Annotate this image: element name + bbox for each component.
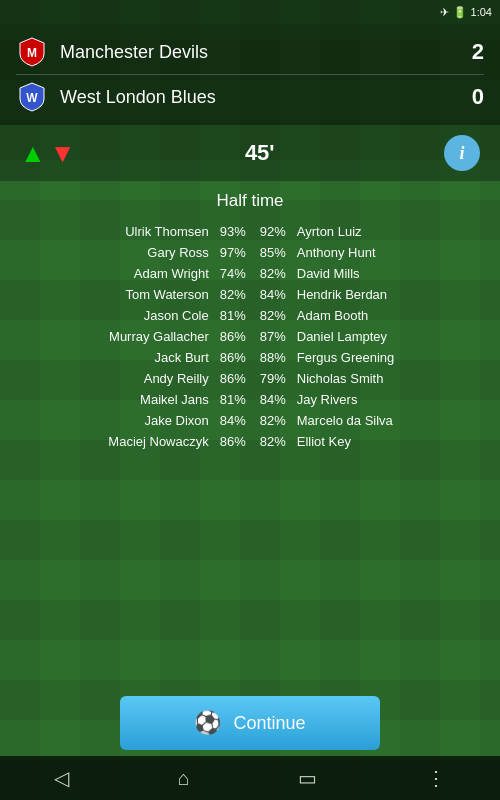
stat2: 82% (253, 410, 293, 431)
timer-row: ▲ ▼ 45' i (0, 125, 500, 181)
stat1: 97% (213, 242, 253, 263)
stat1: 81% (213, 389, 253, 410)
table-row: Adam Wright 74% 82% David Mills (8, 263, 492, 284)
players-table: Ulrik Thomsen 93% 92% Ayrton Luiz Gary R… (8, 221, 492, 452)
continue-area: ⚽ Continue (120, 696, 380, 750)
player-left-name: Jason Cole (8, 305, 213, 326)
stat1: 82% (213, 284, 253, 305)
timer-display: 45' (245, 140, 275, 166)
player-left-name: Tom Waterson (8, 284, 213, 305)
recents-icon[interactable]: ▭ (298, 766, 317, 790)
halftime-label: Half time (0, 181, 500, 217)
soccer-ball-icon: ⚽ (194, 710, 221, 736)
svg-text:M: M (27, 46, 37, 60)
player-left-name: Gary Ross (8, 242, 213, 263)
stat1: 84% (213, 410, 253, 431)
stat2: 87% (253, 326, 293, 347)
stat2: 82% (253, 431, 293, 452)
player-right-name: Daniel Lamptey (293, 326, 492, 347)
info-button[interactable]: i (444, 135, 480, 171)
player-left-name: Jake Dixon (8, 410, 213, 431)
status-bar: ✈ 🔋 1:04 (0, 0, 500, 24)
team1-name: Manchester Devils (60, 42, 454, 63)
time-display: 1:04 (471, 6, 492, 18)
table-row: Andy Reilly 86% 79% Nicholas Smith (8, 368, 492, 389)
scoreboard: M Manchester Devils 2 W West London Blue… (0, 24, 500, 125)
player-right-name: Ayrton Luiz (293, 221, 492, 242)
player-right-name: Hendrik Berdan (293, 284, 492, 305)
player-right-name: Nicholas Smith (293, 368, 492, 389)
stat1: 86% (213, 368, 253, 389)
arrow-down-icon: ▼ (50, 140, 76, 166)
player-left-name: Ulrik Thomsen (8, 221, 213, 242)
svg-text:W: W (26, 91, 38, 105)
menu-icon[interactable]: ⋮ (426, 766, 446, 790)
player-left-name: Adam Wright (8, 263, 213, 284)
player-left-name: Maikel Jans (8, 389, 213, 410)
stat1: 86% (213, 347, 253, 368)
continue-button[interactable]: ⚽ Continue (120, 696, 380, 750)
stat2: 92% (253, 221, 293, 242)
team1-score: 2 (454, 39, 484, 65)
player-right-name: Jay Rivers (293, 389, 492, 410)
team2-score: 0 (454, 84, 484, 110)
stat2: 82% (253, 263, 293, 284)
stat2: 84% (253, 389, 293, 410)
table-row: Ulrik Thomsen 93% 92% Ayrton Luiz (8, 221, 492, 242)
player-right-name: David Mills (293, 263, 492, 284)
continue-label: Continue (233, 713, 305, 734)
player-right-name: Anthony Hunt (293, 242, 492, 263)
stat2: 85% (253, 242, 293, 263)
table-row: Gary Ross 97% 85% Anthony Hunt (8, 242, 492, 263)
player-left-name: Jack Burt (8, 347, 213, 368)
stat2: 88% (253, 347, 293, 368)
team2-shield: W (16, 81, 48, 113)
player-right-name: Fergus Greening (293, 347, 492, 368)
airplane-icon: ✈ (440, 6, 449, 19)
table-row: Tom Waterson 82% 84% Hendrik Berdan (8, 284, 492, 305)
stat1: 93% (213, 221, 253, 242)
battery-icon: 🔋 (453, 6, 467, 19)
bottom-nav: ◁ ⌂ ▭ ⋮ (0, 756, 500, 800)
stat1: 86% (213, 431, 253, 452)
table-row: Maikel Jans 81% 84% Jay Rivers (8, 389, 492, 410)
team2-name: West London Blues (60, 87, 454, 108)
player-left-name: Murray Gallacher (8, 326, 213, 347)
team1-row: M Manchester Devils 2 (16, 30, 484, 74)
stat2: 79% (253, 368, 293, 389)
team1-shield: M (16, 36, 48, 68)
stat2: 82% (253, 305, 293, 326)
table-row: Maciej Nowaczyk 86% 82% Elliot Key (8, 431, 492, 452)
stat1: 81% (213, 305, 253, 326)
players-container: Ulrik Thomsen 93% 92% Ayrton Luiz Gary R… (0, 217, 500, 456)
table-row: Jack Burt 86% 88% Fergus Greening (8, 347, 492, 368)
player-left-name: Andy Reilly (8, 368, 213, 389)
stat2: 84% (253, 284, 293, 305)
player-left-name: Maciej Nowaczyk (8, 431, 213, 452)
player-right-name: Adam Booth (293, 305, 492, 326)
player-right-name: Elliot Key (293, 431, 492, 452)
team2-row: W West London Blues 0 (16, 75, 484, 119)
player-right-name: Marcelo da Silva (293, 410, 492, 431)
table-row: Jake Dixon 84% 82% Marcelo da Silva (8, 410, 492, 431)
back-icon[interactable]: ◁ (54, 766, 69, 790)
table-row: Jason Cole 81% 82% Adam Booth (8, 305, 492, 326)
home-icon[interactable]: ⌂ (178, 767, 190, 790)
status-icons: ✈ 🔋 1:04 (440, 6, 492, 19)
stat1: 74% (213, 263, 253, 284)
arrows: ▲ ▼ (20, 140, 75, 166)
stat1: 86% (213, 326, 253, 347)
arrow-up-icon: ▲ (20, 140, 46, 166)
table-row: Murray Gallacher 86% 87% Daniel Lamptey (8, 326, 492, 347)
